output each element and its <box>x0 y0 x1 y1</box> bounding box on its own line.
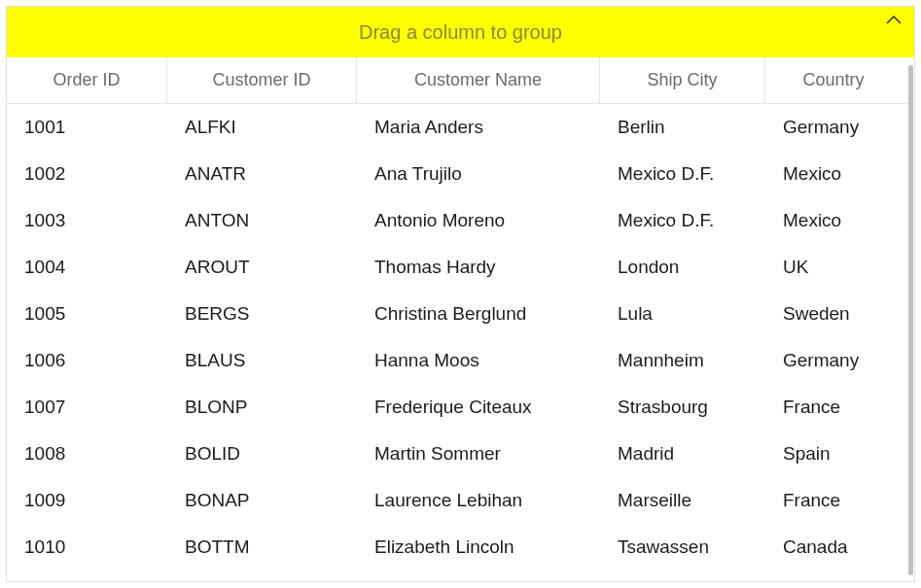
table-row[interactable]: 1006BLAUSHanna MoosMannheimGermany <box>7 337 914 384</box>
cell-shipCity: Strasbourg <box>600 397 765 418</box>
cell-orderId: 1007 <box>7 397 167 418</box>
cell-orderId: 1008 <box>7 443 167 465</box>
column-header-order-id[interactable]: Order ID <box>7 57 167 103</box>
cell-customerId: AROUT <box>167 257 357 278</box>
cell-orderId: 1010 <box>7 536 167 558</box>
cell-orderId: 1005 <box>7 303 167 325</box>
cell-orderId: 1004 <box>7 257 167 278</box>
cell-shipCity: Mexico D.F. <box>600 163 765 185</box>
cell-customerName: Frederique Citeaux <box>357 397 600 418</box>
cell-customerName: Martin Sommer <box>357 443 600 465</box>
column-header-customer-name[interactable]: Customer Name <box>357 57 600 103</box>
vertical-scrollbar[interactable] <box>908 65 913 575</box>
cell-customerId: ANATR <box>167 163 357 185</box>
grid-body: 1001ALFKIMaria AndersBerlinGermany1002AN… <box>7 104 914 581</box>
cell-country: France <box>765 490 902 511</box>
cell-shipCity: Mannheim <box>600 350 765 371</box>
cell-country: Sweden <box>765 303 902 325</box>
table-row[interactable]: 1003ANTONAntonio MorenoMexico D.F.Mexico <box>7 197 914 244</box>
table-row[interactable]: 1005BERGSChristina BerglundLulaSweden <box>7 291 914 337</box>
cell-customerId: BOLID <box>167 443 357 465</box>
table-row[interactable]: 1004AROUTThomas HardyLondonUK <box>7 244 914 291</box>
cell-customerId: BONAP <box>167 490 357 511</box>
collapse-chevron-icon[interactable] <box>885 13 903 28</box>
cell-customerName: Elizabeth Lincoln <box>357 536 600 558</box>
cell-country: UK <box>765 257 902 278</box>
column-header-label: Country <box>802 70 864 90</box>
cell-customerId: ANTON <box>167 210 357 231</box>
cell-customerName: Thomas Hardy <box>357 257 600 278</box>
cell-customerId: BERGS <box>167 303 357 325</box>
cell-customerName: Antonio Moreno <box>357 210 600 231</box>
cell-customerId: BLONP <box>167 397 357 418</box>
group-drop-label: Drag a column to group <box>359 21 562 44</box>
data-grid: Drag a column to group Order ID Customer… <box>6 6 915 582</box>
column-header-country[interactable]: Country <box>765 57 902 103</box>
table-row[interactable]: 1002ANATRAna TrujiloMexico D.F.Mexico <box>7 151 914 197</box>
cell-country: Spain <box>765 443 902 465</box>
group-drop-area[interactable]: Drag a column to group <box>7 7 914 57</box>
column-header-label: Ship City <box>647 70 717 90</box>
cell-country: Germany <box>765 117 902 138</box>
table-row[interactable]: 1009BONAPLaurence LebihanMarseilleFrance <box>7 477 914 524</box>
table-row[interactable]: 1001ALFKIMaria AndersBerlinGermany <box>7 104 914 151</box>
cell-customerId: BLAUS <box>167 350 357 371</box>
cell-country: Mexico <box>765 163 902 185</box>
cell-customerName: Maria Anders <box>357 117 600 138</box>
cell-shipCity: Marseille <box>600 490 765 511</box>
table-row[interactable]: 1008BOLIDMartin SommerMadridSpain <box>7 431 914 477</box>
cell-shipCity: Tsawassen <box>600 536 765 558</box>
cell-country: Germany <box>765 350 902 371</box>
cell-shipCity: Lula <box>600 303 765 325</box>
cell-country: France <box>765 397 902 418</box>
cell-shipCity: London <box>600 257 765 278</box>
cell-orderId: 1001 <box>7 117 167 138</box>
column-header-label: Order ID <box>53 70 120 90</box>
cell-shipCity: Berlin <box>600 117 765 138</box>
cell-customerName: Hanna Moos <box>357 350 600 371</box>
cell-shipCity: Madrid <box>600 443 765 465</box>
column-header-label: Customer Name <box>414 70 542 90</box>
column-header-ship-city[interactable]: Ship City <box>600 57 765 103</box>
column-header-label: Customer ID <box>212 70 310 90</box>
cell-customerName: Ana Trujilo <box>357 163 600 185</box>
cell-orderId: 1006 <box>7 350 167 371</box>
cell-customerId: BOTTM <box>167 536 357 558</box>
cell-orderId: 1003 <box>7 210 167 231</box>
cell-orderId: 1002 <box>7 163 167 185</box>
cell-customerId: ALFKI <box>167 117 357 138</box>
table-row[interactable]: 1007BLONPFrederique CiteauxStrasbourgFra… <box>7 384 914 431</box>
column-header-customer-id[interactable]: Customer ID <box>167 57 357 103</box>
cell-customerName: Laurence Lebihan <box>357 490 600 511</box>
cell-country: Mexico <box>765 210 902 231</box>
cell-shipCity: Mexico D.F. <box>600 210 765 231</box>
cell-country: Canada <box>765 536 902 558</box>
table-row[interactable]: 1010BOTTMElizabeth LincolnTsawassenCanad… <box>7 524 914 571</box>
cell-orderId: 1009 <box>7 490 167 511</box>
column-header-row: Order ID Customer ID Customer Name Ship … <box>7 57 914 104</box>
cell-customerName: Christina Berglund <box>357 303 600 325</box>
